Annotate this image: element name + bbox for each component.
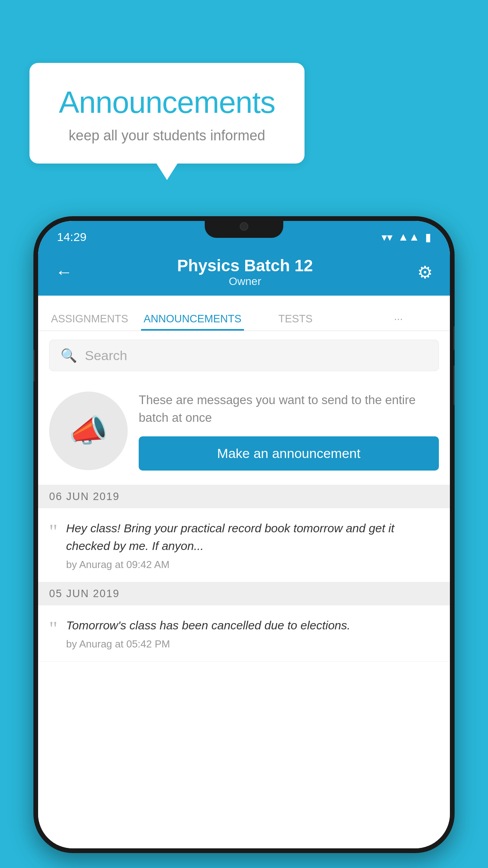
battery-icon: ▮ bbox=[425, 231, 431, 244]
announcement-meta-2: by Anurag at 05:42 PM bbox=[66, 638, 439, 650]
app-bar-subtitle: Owner bbox=[177, 275, 313, 288]
tab-tests[interactable]: TESTS bbox=[244, 313, 347, 331]
volume-button bbox=[33, 350, 35, 381]
announcement-item-2[interactable]: " Tomorrow's class has been cancelled du… bbox=[38, 605, 450, 662]
date-separator-2: 05 JUN 2019 bbox=[38, 582, 450, 605]
search-bar[interactable]: 🔍 Search bbox=[49, 340, 439, 371]
make-announcement-button[interactable]: Make an announcement bbox=[139, 436, 439, 471]
app-bar: ← Physics Batch 12 Owner ⚙ bbox=[38, 248, 450, 296]
announcement-item-1[interactable]: " Hey class! Bring your practical record… bbox=[38, 508, 450, 582]
tab-announcements[interactable]: ANNOUNCEMENTS bbox=[141, 313, 244, 331]
phone-notch bbox=[205, 216, 283, 238]
bubble-subtitle: keep all your students informed bbox=[53, 127, 281, 144]
camera bbox=[240, 222, 248, 231]
announcement-content-1: Hey class! Bring your practical record b… bbox=[66, 519, 439, 571]
megaphone-icon: 📣 bbox=[69, 412, 108, 449]
settings-icon[interactable]: ⚙ bbox=[417, 262, 433, 282]
quote-icon-2: " bbox=[49, 619, 57, 639]
date-separator-1: 06 JUN 2019 bbox=[38, 485, 450, 508]
promo-text: These are messages you want to send to t… bbox=[139, 392, 439, 427]
power-button bbox=[453, 326, 455, 350]
app-bar-center: Physics Batch 12 Owner bbox=[177, 256, 313, 288]
tab-bar: ASSIGNMENTS ANNOUNCEMENTS TESTS ··· bbox=[38, 296, 450, 331]
app-bar-title: Physics Batch 12 bbox=[177, 256, 313, 275]
announcement-meta-1: by Anurag at 09:42 AM bbox=[66, 559, 439, 571]
promo-right: These are messages you want to send to t… bbox=[139, 392, 439, 471]
search-icon: 🔍 bbox=[61, 348, 77, 363]
wifi-icon: ▾▾ bbox=[382, 231, 393, 244]
promo-icon-circle: 📣 bbox=[49, 392, 128, 470]
phone-screen: 14:29 ▾▾ ▲▲ ▮ ← Physics Batch 12 Owner ⚙… bbox=[38, 221, 450, 848]
announcement-text-2: Tomorrow's class has been cancelled due … bbox=[66, 616, 439, 634]
power-button-2 bbox=[453, 366, 455, 405]
speech-bubble: Announcements keep all your students inf… bbox=[29, 63, 305, 164]
promo-section: 📣 These are messages you want to send to… bbox=[38, 380, 450, 485]
announcement-text-1: Hey class! Bring your practical record b… bbox=[66, 519, 439, 555]
bubble-title: Announcements bbox=[53, 85, 281, 120]
tab-assignments[interactable]: ASSIGNMENTS bbox=[38, 313, 141, 331]
search-input[interactable]: Search bbox=[85, 348, 127, 363]
quote-icon-1: " bbox=[49, 522, 57, 542]
signal-icon: ▲▲ bbox=[398, 231, 420, 243]
status-time: 14:29 bbox=[57, 230, 86, 244]
tab-more[interactable]: ··· bbox=[347, 313, 450, 331]
content-area: 🔍 Search 📣 These are messages you want t… bbox=[38, 331, 450, 848]
announcement-content-2: Tomorrow's class has been cancelled due … bbox=[66, 616, 439, 650]
phone-frame: 14:29 ▾▾ ▲▲ ▮ ← Physics Batch 12 Owner ⚙… bbox=[33, 216, 455, 853]
status-icons: ▾▾ ▲▲ ▮ bbox=[382, 231, 431, 244]
back-button[interactable]: ← bbox=[55, 262, 73, 282]
